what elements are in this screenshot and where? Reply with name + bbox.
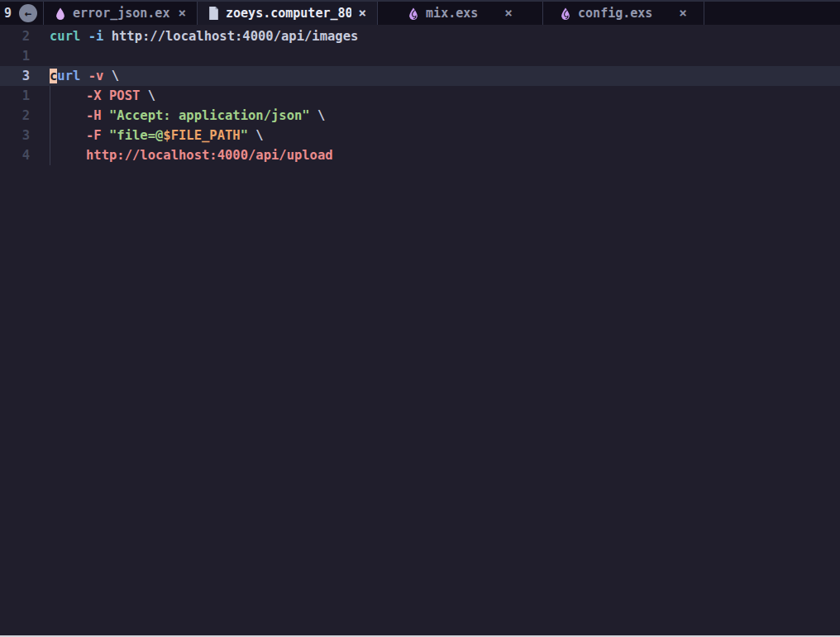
- line-number: 2: [0, 26, 30, 46]
- code-token: \: [103, 69, 119, 83]
- code-token: http://localhost:4000/api/images: [103, 29, 358, 44]
- code-token: [102, 128, 109, 143]
- code-token: -v: [88, 69, 104, 83]
- code-line[interactable]: 3-F "file=@$FILE_PATH" \: [0, 126, 840, 145]
- code-line[interactable]: 1: [0, 46, 840, 66]
- code-line-text: http://localhost:4000/api/upload: [50, 145, 333, 165]
- code-token: http://localhost:4000/api/upload: [86, 148, 333, 163]
- code-line[interactable]: 1-X POST \: [0, 86, 840, 106]
- code-editor[interactable]: 2curl -i http://localhost:4000/api/image…: [0, 25, 840, 637]
- code-token: [80, 69, 88, 83]
- tab-bar-controls: 9 ←: [0, 2, 43, 25]
- cursor: c: [50, 69, 57, 83]
- line-number: 1: [0, 46, 30, 66]
- close-icon[interactable]: ×: [178, 7, 186, 20]
- code-line-text: curl -v \: [50, 66, 119, 86]
- code-token: -i: [88, 29, 104, 44]
- line-number: 4: [0, 145, 30, 165]
- line-number: 3: [0, 126, 30, 145]
- line-number: 1: [0, 86, 30, 106]
- indent-guide: [50, 126, 86, 145]
- tab-label: error_json.ex: [73, 6, 171, 21]
- code-line[interactable]: 2curl -i http://localhost:4000/api/image…: [0, 26, 840, 46]
- code-line[interactable]: 4http://localhost:4000/api/upload: [0, 145, 840, 165]
- code-line-text: -X POST \: [50, 86, 155, 106]
- close-icon[interactable]: ×: [358, 7, 366, 20]
- code-token: $FILE_PATH: [163, 128, 240, 143]
- code-token: -X POST: [86, 88, 140, 103]
- tab-config-exs[interactable]: config.exs×: [543, 2, 704, 25]
- tab-strip: error_json.ex×zoeys.computer_80…×mix.exs…: [43, 2, 704, 25]
- workspace-number: 9: [4, 6, 12, 21]
- indent-guide: [50, 86, 86, 106]
- code-token: \: [248, 128, 264, 143]
- tab-label: config.exs: [578, 6, 652, 21]
- code-token: url: [57, 69, 80, 83]
- code-token: "file=@: [109, 128, 163, 143]
- tab-bar-empty-space: [704, 2, 840, 25]
- back-button[interactable]: ←: [19, 4, 37, 22]
- line-number: 2: [0, 106, 30, 126]
- code-token: -F: [86, 128, 102, 143]
- tab-zoeys-computer-80[interactable]: zoeys.computer_80…×: [198, 2, 378, 25]
- tab-error-json-ex[interactable]: error_json.ex×: [43, 2, 198, 25]
- tab-bar: 9 ← error_json.ex×zoeys.computer_80…×mix…: [0, 2, 840, 25]
- code-token: "Accept: application/json": [109, 108, 310, 123]
- close-icon[interactable]: ×: [504, 7, 513, 20]
- code-token: ": [241, 128, 248, 143]
- code-line-text: -F "file=@$FILE_PATH" \: [50, 126, 264, 145]
- elixir-drop-icon: [560, 7, 571, 21]
- indent-guide: [50, 145, 86, 165]
- code-token: curl: [50, 29, 80, 44]
- elixir-drop-icon: [408, 7, 419, 21]
- line-number: 3: [0, 66, 30, 86]
- code-line[interactable]: 2-H "Accept: application/json" \: [0, 106, 840, 126]
- back-arrow-icon: ←: [25, 7, 31, 20]
- close-icon[interactable]: ×: [679, 7, 687, 20]
- code-token: \: [140, 88, 155, 103]
- code-token: -H: [86, 108, 102, 123]
- tab-mix-exs[interactable]: mix.exs×: [378, 2, 543, 25]
- tab-label: mix.exs: [426, 6, 478, 21]
- code-token: \: [310, 108, 326, 123]
- file-icon: [208, 7, 219, 20]
- code-token: [102, 108, 109, 123]
- code-token: [80, 29, 88, 44]
- code-line-text: curl -i http://localhost:4000/api/images: [50, 26, 358, 46]
- droplet-icon: [55, 7, 66, 21]
- editor-window: 9 ← error_json.ex×zoeys.computer_80…×mix…: [0, 0, 840, 637]
- indent-guide: [50, 106, 86, 126]
- code-line-text: -H "Accept: application/json" \: [50, 106, 325, 126]
- code-line-current[interactable]: 3curl -v \: [0, 66, 840, 86]
- tab-label: zoeys.computer_80…: [226, 6, 351, 21]
